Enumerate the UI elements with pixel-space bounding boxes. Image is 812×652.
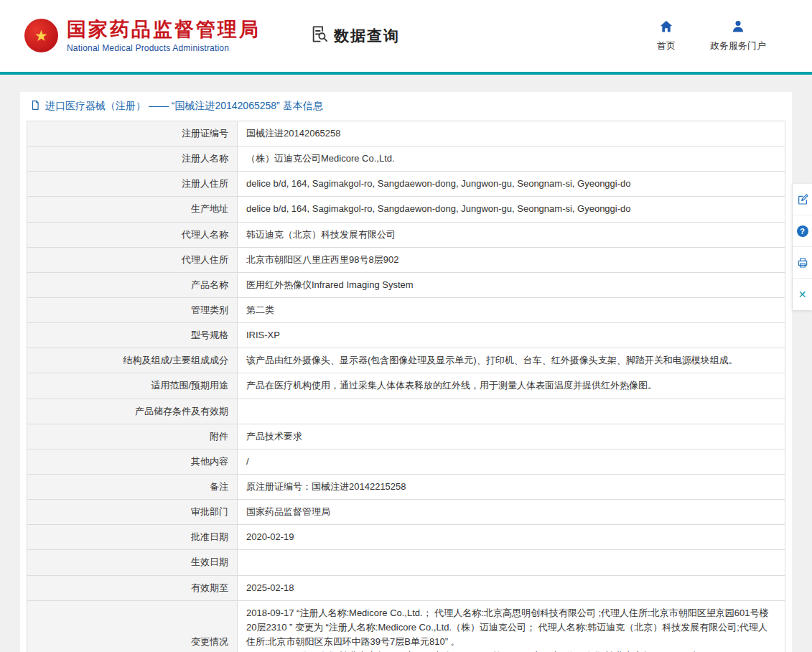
info-table-wrap: 注册证编号国械注进20142065258注册人名称（株）迈迪克公司Medicor… <box>20 119 792 652</box>
row-value: delice b/d, 164, Sagimakgol-ro, Sangdaew… <box>238 172 785 197</box>
edit-icon[interactable] <box>793 184 812 215</box>
print-icon[interactable] <box>793 247 812 279</box>
row-value: 产品在医疗机构使用，通过采集人体体表释放的红外线，用于测量人体表面温度并提供红外… <box>238 373 785 399</box>
table-row: 批准日期2020-02-19 <box>27 525 785 550</box>
row-value: 国家药品监督管理局 <box>238 500 785 525</box>
brand: ★ 国家药品监督管理局 National Medical Products Ad… <box>24 19 261 53</box>
row-value: 2020-02-19 <box>238 525 785 550</box>
row-value <box>238 550 785 575</box>
row-value: 医用红外热像仪Infrared Imaging System <box>238 272 785 297</box>
row-label: 批准日期 <box>27 525 238 550</box>
row-label: 其他内容 <box>27 449 238 474</box>
row-value: 2018-09-17 “注册人名称:Medicore Co.,Ltd.； 代理人… <box>238 600 785 652</box>
row-label: 有效期至 <box>27 575 238 600</box>
row-label: 产品储存条件及有效期 <box>27 399 238 424</box>
nav-home[interactable]: 首页 <box>657 19 676 52</box>
row-label: 适用范围/预期用途 <box>27 373 238 399</box>
info-table: 注册证编号国械注进20142065258注册人名称（株）迈迪克公司Medicor… <box>27 121 785 652</box>
row-label: 管理类别 <box>27 297 238 322</box>
side-toolbar: ? ✕ <box>793 184 812 310</box>
row-value: IRIS-XP <box>238 323 785 348</box>
nmpa-logo-icon: ★ <box>24 19 58 52</box>
row-label: 注册证编号 <box>27 121 238 146</box>
table-row: 型号规格IRIS-XP <box>27 323 785 348</box>
table-row: 注册人名称（株）迈迪克公司Medicore Co.,Ltd. <box>27 146 785 172</box>
row-label: 代理人名称 <box>27 222 238 247</box>
breadcrumb: 进口医疗器械（注册） —— “国械注进20142065258” 基本信息 <box>20 92 792 119</box>
org-name-cn: 国家药品监督管理局 <box>67 19 261 41</box>
nav-portal[interactable]: 政务服务门户 <box>710 19 766 52</box>
row-value: 国械注进20142065258 <box>238 121 785 146</box>
table-row: 生效日期 <box>27 550 785 575</box>
table-row: 管理类别第二类 <box>27 297 785 322</box>
org-name-en: National Medical Products Administration <box>67 43 261 53</box>
row-value: 第二类 <box>238 297 785 322</box>
row-value: 原注册证编号：国械注进20142215258 <box>238 474 785 499</box>
row-value <box>238 399 785 424</box>
breadcrumb-text: 进口医疗器械（注册） —— “国械注进20142065258” 基本信息 <box>45 100 323 113</box>
table-row: 变更情况2018-09-17 “注册人名称:Medicore Co.,Ltd.；… <box>27 600 785 652</box>
data-query-icon <box>309 24 329 47</box>
row-value: delice b/d, 164, Sagimakgol-ro, Sangdaew… <box>238 197 785 222</box>
nav-home-label: 首页 <box>657 39 676 52</box>
content-card: 进口医疗器械（注册） —— “国械注进20142065258” 基本信息 注册证… <box>20 92 792 652</box>
row-label: 审批部门 <box>27 500 238 525</box>
row-label: 附件 <box>27 424 238 449</box>
table-row: 结构及组成/主要组成成分该产品由红外摄像头、显示器(包含图像处理及显示单元)、打… <box>27 348 785 373</box>
row-value: （株）迈迪克公司Medicore Co.,Ltd. <box>238 146 785 172</box>
table-row: 注册人住所delice b/d, 164, Sagimakgol-ro, San… <box>27 172 785 197</box>
table-row: 适用范围/预期用途产品在医疗机构使用，通过采集人体体表释放的红外线，用于测量人体… <box>27 373 785 399</box>
table-row: 备注原注册证编号：国械注进20142215258 <box>27 474 785 499</box>
header-nav: 首页 政务服务门户 <box>657 19 766 52</box>
row-label: 注册人住所 <box>27 172 238 197</box>
row-value: 2025-02-18 <box>238 575 785 600</box>
page-body: 进口医疗器械（注册） —— “国械注进20142065258” 基本信息 注册证… <box>0 75 812 652</box>
row-label: 型号规格 <box>27 323 238 348</box>
section-title: 数据查询 <box>309 24 400 47</box>
table-row: 注册证编号国械注进20142065258 <box>27 121 785 146</box>
header: ★ 国家药品监督管理局 National Medical Products Ad… <box>0 0 812 72</box>
row-value: 该产品由红外摄像头、显示器(包含图像处理及显示单元)、打印机、台车、红外摄像头支… <box>238 348 785 373</box>
user-icon <box>731 19 745 36</box>
nav-portal-label: 政务服务门户 <box>710 39 766 52</box>
row-label: 结构及组成/主要组成成分 <box>27 348 238 373</box>
table-row: 产品名称医用红外热像仪Infrared Imaging System <box>27 272 785 297</box>
row-value: 产品技术要求 <box>238 424 785 449</box>
row-label: 代理人住所 <box>27 247 238 272</box>
help-glyph: ? <box>797 225 808 237</box>
table-row: 有效期至2025-02-18 <box>27 575 785 600</box>
info-table-body: 注册证编号国械注进20142065258注册人名称（株）迈迪克公司Medicor… <box>27 121 785 652</box>
row-value: / <box>238 449 785 474</box>
row-label: 产品名称 <box>27 272 238 297</box>
row-value: 北京市朝阳区八里庄西里98号8层902 <box>238 247 785 272</box>
table-row: 产品储存条件及有效期 <box>27 399 785 424</box>
help-icon[interactable]: ? <box>793 215 812 247</box>
close-icon[interactable]: ✕ <box>793 279 812 310</box>
table-row: 代理人住所北京市朝阳区八里庄西里98号8层902 <box>27 247 785 272</box>
table-row: 代理人名称韩迈迪克（北京）科技发展有限公司 <box>27 222 785 247</box>
table-row: 审批部门国家药品监督管理局 <box>27 500 785 525</box>
row-label: 变更情况 <box>27 600 238 652</box>
table-row: 其他内容/ <box>27 449 785 474</box>
home-icon <box>659 19 673 36</box>
row-label: 注册人名称 <box>27 146 238 172</box>
row-label: 生产地址 <box>27 197 238 222</box>
table-row: 附件产品技术要求 <box>27 424 785 449</box>
row-label: 生效日期 <box>27 550 238 575</box>
row-value: 韩迈迪克（北京）科技发展有限公司 <box>238 222 785 247</box>
row-label: 备注 <box>27 474 238 499</box>
document-icon <box>30 100 40 113</box>
table-row: 生产地址delice b/d, 164, Sagimakgol-ro, Sang… <box>27 197 785 222</box>
